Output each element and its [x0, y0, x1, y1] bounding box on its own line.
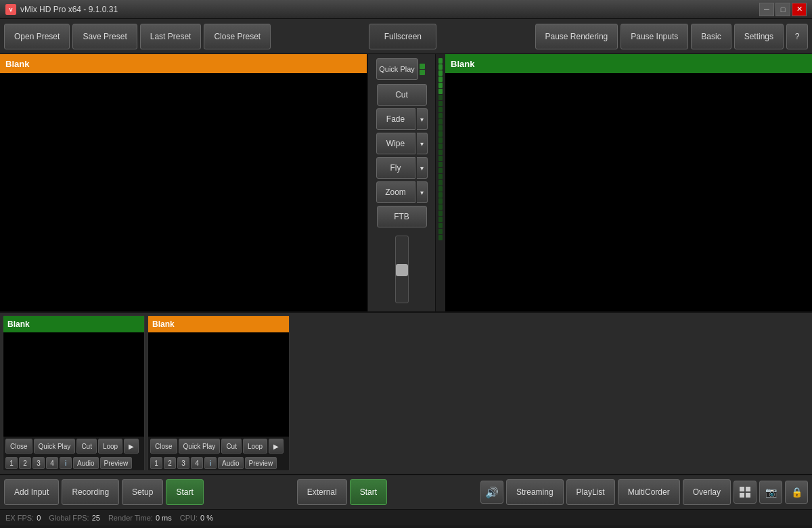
input-2-preview-button[interactable]: Preview — [245, 457, 277, 469]
preview-label: Blank — [0, 54, 367, 73]
global-fps-status: Global FPS: 25 — [49, 514, 100, 522]
fullscreen-button[interactable]: Fullscreen — [369, 24, 436, 49]
output-video — [445, 73, 812, 311]
input-2-loop-button[interactable]: Loop — [243, 439, 267, 454]
zoom-control: Zoom ▾ — [376, 181, 428, 203]
input-2-numbers: 1 2 3 4 i Audio Preview — [148, 456, 289, 470]
overlay-button[interactable]: Overlay — [683, 479, 731, 505]
input-2-close-button[interactable]: Close — [150, 439, 177, 454]
multicorder-button[interactable]: MultiCorder — [618, 479, 680, 505]
last-preset-button[interactable]: Last Preset — [140, 24, 202, 49]
input-2-audio-button[interactable]: Audio — [218, 457, 244, 469]
minimize-button[interactable]: ─ — [759, 3, 774, 16]
output-label: Blank — [445, 54, 812, 73]
render-time-status: Render Time: 0 ms — [108, 514, 172, 522]
input-2-cut-button[interactable]: Cut — [221, 439, 242, 454]
input-2-num-4[interactable]: 4 — [191, 457, 203, 469]
input-1-close-button[interactable]: Close — [5, 439, 32, 454]
input-1-label: Blank — [3, 316, 144, 332]
app-icon: v — [5, 4, 16, 15]
input-1-info-button[interactable]: i — [60, 457, 72, 469]
center-controls: Quick Play Cut Fade ▾ Wipe ▾ Fly ▾ Zoom … — [368, 54, 436, 311]
input-1-preview[interactable] — [3, 332, 144, 437]
preview-video — [0, 73, 367, 311]
input-2-label: Blank — [148, 316, 289, 332]
ex-fps-label: EX FPS: — [5, 514, 34, 522]
svg-rect-3 — [746, 493, 750, 498]
ex-fps-status: EX FPS: 0 — [5, 514, 41, 522]
wipe-control: Wipe ▾ — [376, 133, 428, 154]
maximize-button[interactable]: □ — [775, 3, 790, 16]
add-input-button[interactable]: Add Input — [4, 479, 59, 505]
setup-button[interactable]: Setup — [122, 479, 163, 505]
ext-start-button[interactable]: Start — [350, 479, 387, 505]
camera-button[interactable]: 📷 — [759, 481, 782, 504]
input-2-info-button[interactable]: i — [204, 457, 217, 469]
fade-arrow-button[interactable]: ▾ — [417, 108, 428, 130]
global-fps-value: 25 — [92, 514, 100, 522]
input-1-num-4[interactable]: 4 — [46, 457, 58, 469]
status-bar: EX FPS: 0 Global FPS: 25 Render Time: 0 … — [0, 509, 812, 525]
playlist-button[interactable]: PlayList — [566, 479, 615, 505]
input-2-controls: Close Quick Play Cut Loop ▶ — [148, 437, 289, 456]
input-1-cut-button[interactable]: Cut — [76, 439, 97, 454]
fly-arrow-button[interactable]: ▾ — [417, 157, 428, 179]
close-button[interactable]: ✕ — [792, 3, 807, 16]
inputs-row: Blank Close Quick Play Cut Loop ▶ 1 2 3 … — [0, 313, 812, 474]
ex-fps-value: 0 — [37, 514, 41, 522]
settings-button[interactable]: Settings — [734, 24, 784, 49]
vu-meters — [436, 54, 445, 311]
open-preset-button[interactable]: Open Preset — [4, 24, 70, 49]
input-2-num-2[interactable]: 2 — [164, 457, 176, 469]
svg-rect-2 — [740, 493, 744, 498]
render-time-label: Render Time: — [108, 514, 153, 522]
input-1-numbers: 1 2 3 4 i Audio Preview — [3, 456, 144, 470]
svg-rect-0 — [740, 487, 744, 491]
lock-button[interactable]: 🔒 — [785, 481, 808, 504]
close-preset-button[interactable]: Close Preset — [204, 24, 271, 49]
streaming-button[interactable]: Streaming — [506, 479, 564, 505]
zoom-arrow-button[interactable]: ▾ — [417, 181, 428, 203]
input-1-num-3[interactable]: 3 — [32, 457, 45, 469]
basic-button[interactable]: Basic — [691, 24, 731, 49]
wipe-arrow-button[interactable]: ▾ — [417, 133, 428, 154]
preview-panel: Blank — [0, 54, 368, 311]
input-2-quickplay-button[interactable]: Quick Play — [179, 439, 221, 454]
input-1-num-2[interactable]: 2 — [19, 457, 31, 469]
input-1-preview-button[interactable]: Preview — [100, 457, 133, 469]
ftb-button[interactable]: FTB — [377, 206, 427, 227]
input-2-num-3[interactable]: 3 — [177, 457, 189, 469]
recording-button[interactable]: Recording — [62, 479, 119, 505]
tbar-slider[interactable] — [395, 236, 409, 303]
start-button[interactable]: Start — [166, 479, 203, 505]
input-2-preview[interactable] — [148, 332, 289, 437]
zoom-button[interactable]: Zoom — [376, 181, 415, 203]
title-bar: v vMix HD Pro x64 - 9.1.0.31 ─ □ ✕ — [0, 0, 812, 19]
wipe-button[interactable]: Wipe — [376, 133, 415, 154]
external-button[interactable]: External — [297, 479, 347, 505]
input-1-audio-button[interactable]: Audio — [73, 457, 99, 469]
external-start-group: External Start — [297, 479, 387, 505]
input-1-quickplay-button[interactable]: Quick Play — [34, 439, 76, 454]
inputs-area: Blank Close Quick Play Cut Loop ▶ 1 2 3 … — [0, 311, 812, 474]
volume-button[interactable]: 🔊 — [480, 481, 503, 504]
save-preset-button[interactable]: Save Preset — [72, 24, 137, 49]
quick-play-button[interactable]: Quick Play — [376, 58, 418, 80]
fade-control: Fade ▾ — [376, 108, 428, 130]
input-2-num-1[interactable]: 1 — [150, 457, 162, 469]
help-button[interactable]: ? — [786, 24, 808, 49]
input-1-play-button[interactable]: ▶ — [124, 439, 139, 454]
cpu-status: CPU: 0 % — [180, 514, 213, 522]
fade-button[interactable]: Fade — [376, 108, 415, 130]
input-1-loop-button[interactable]: Loop — [98, 439, 122, 454]
fly-button[interactable]: Fly — [376, 157, 415, 179]
bottom-bar: Add Input Recording Setup Start External… — [0, 474, 812, 509]
pause-inputs-button[interactable]: Pause Inputs — [621, 24, 688, 49]
pause-rendering-button[interactable]: Pause Rendering — [535, 24, 618, 49]
grid-view-button[interactable] — [734, 481, 757, 504]
fly-control: Fly ▾ — [376, 157, 428, 179]
main-content: Blank Quick Play Cut Fade ▾ Wipe ▾ Fly ▾… — [0, 54, 812, 311]
input-2-play-button[interactable]: ▶ — [269, 439, 284, 454]
cut-button[interactable]: Cut — [377, 84, 427, 106]
input-1-num-1[interactable]: 1 — [5, 457, 18, 469]
